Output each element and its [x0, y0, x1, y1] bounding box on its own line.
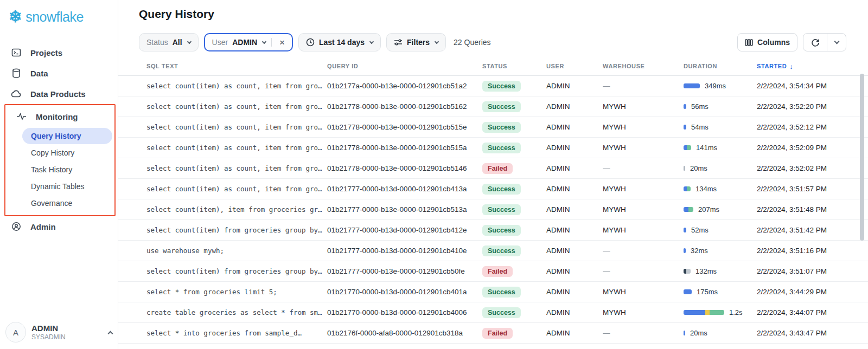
- table-row[interactable]: select count(item) as count, item from g…: [118, 76, 868, 96]
- table-row[interactable]: select count(item), item from groceries …: [118, 199, 868, 220]
- col-warehouse[interactable]: WAREHOUSE: [603, 63, 684, 69]
- duration-label: 32ms: [691, 247, 708, 255]
- status-badge: Success: [482, 307, 521, 318]
- table-row[interactable]: select count(item) from groceries group …: [118, 220, 868, 241]
- filter-value: ADMIN: [232, 38, 257, 47]
- sidebar-nav: Projects Data Data Products M: [0, 42, 118, 237]
- warehouse-cell: —: [603, 329, 684, 337]
- table-row[interactable]: select count(item) as count, item from g…: [118, 158, 868, 179]
- duration-cell: 56ms: [684, 102, 757, 111]
- table-row[interactable]: select * from groceries limit 5;01b21770…: [118, 282, 868, 302]
- sub-item-label: Copy History: [31, 148, 74, 157]
- warehouse-cell: —: [603, 82, 684, 90]
- table-row[interactable]: select * into groceries from sample_d…01…: [118, 323, 868, 344]
- table-row[interactable]: create table groceries as select * from …: [118, 302, 868, 323]
- col-user[interactable]: USER: [546, 63, 603, 69]
- duration-bar: [684, 269, 691, 274]
- sub-item-label: Task History: [31, 165, 72, 174]
- user-cell: ADMIN: [546, 288, 603, 296]
- sql-text-cell: select count(item) as count, item from g…: [146, 82, 327, 90]
- duration-bar: [684, 104, 686, 109]
- query-id-cell: 01b21777-0000-b13d-0000-012901cb412e: [327, 226, 482, 234]
- columns-button[interactable]: Columns: [737, 33, 797, 51]
- refresh-button[interactable]: [803, 34, 827, 51]
- snowflake-wordmark: snowflake: [25, 9, 84, 25]
- sidebar-item-label: Monitoring: [36, 112, 78, 121]
- sidebar-item-task-history[interactable]: Task History: [22, 161, 112, 178]
- user-cell: ADMIN: [546, 82, 603, 90]
- sidebar-item-data[interactable]: Data: [0, 63, 118, 83]
- duration-cell: 132ms: [684, 267, 757, 275]
- sidebar-item-query-history[interactable]: Query History: [22, 128, 112, 144]
- duration-label: 175ms: [697, 288, 718, 296]
- date-range-filter[interactable]: Last 14 days: [298, 33, 381, 51]
- duration-cell: 1.2s: [684, 308, 757, 316]
- sidebar-item-admin[interactable]: Admin: [0, 216, 118, 237]
- warehouse-cell: MYWH: [603, 102, 684, 111]
- table-row[interactable]: select count(item) as count, item from g…: [118, 96, 868, 117]
- started-cell: 2/2/2024, 3:52:12 PM: [757, 123, 846, 131]
- status-cell: Success: [482, 122, 546, 133]
- started-cell: 2/2/2024, 3:52:02 PM: [757, 164, 846, 172]
- status-cell: Success: [482, 307, 546, 318]
- sql-text-cell: select count(item) as count, item from g…: [146, 102, 327, 111]
- snowflake-icon: ❄: [9, 9, 22, 25]
- warehouse-cell: MYWH: [603, 123, 684, 131]
- status-badge: Success: [482, 81, 521, 92]
- query-id-cell: 01b21778-0000-b13e-0000-012901cb5146: [327, 164, 482, 172]
- snowflake-logo[interactable]: ❄ snowflake: [9, 8, 118, 26]
- user-cell: ADMIN: [546, 205, 603, 214]
- duration-cell: 20ms: [684, 164, 757, 172]
- started-cell: 2/2/2024, 3:51:07 PM: [757, 267, 846, 275]
- table-row[interactable]: select count(item) as count, item from g…: [118, 138, 868, 158]
- duration-label: 20ms: [690, 329, 707, 337]
- duration-label: 349ms: [705, 82, 726, 90]
- clear-filter-icon[interactable]: ×: [279, 38, 285, 47]
- refresh-options-button[interactable]: [827, 34, 846, 51]
- columns-icon: [745, 38, 753, 47]
- user-filter[interactable]: User ADMIN ×: [204, 33, 293, 51]
- table-row[interactable]: select count(item) from groceries group …: [118, 261, 868, 282]
- user-account-chip[interactable]: A ADMIN SYSADMIN: [5, 322, 112, 342]
- col-started[interactable]: STARTED ↓: [757, 62, 846, 70]
- query-count: 22 Queries: [454, 38, 490, 47]
- status-cell: Success: [482, 225, 546, 236]
- avatar: A: [5, 322, 26, 342]
- duration-cell: 20ms: [684, 329, 757, 337]
- query-id-cell: 01b21770-0000-b13d-0000-012901cb4006: [327, 308, 482, 316]
- duration-cell: 52ms: [684, 226, 757, 234]
- table-row[interactable]: select count(item) as count, item from g…: [118, 179, 868, 199]
- app-window: ❄ snowflake Projects Data Data Product: [0, 0, 868, 349]
- warehouse-cell: —: [603, 164, 684, 172]
- sidebar-item-monitoring[interactable]: Monitoring: [11, 106, 114, 127]
- query-id-cell: 01b2177a-0000-b13e-0000-012901cb51a2: [327, 82, 482, 90]
- sidebar-item-governance[interactable]: Governance: [22, 195, 112, 211]
- user-cell: ADMIN: [546, 226, 603, 234]
- query-id-cell: 01b21777-0000-b13d-0000-012901cb413a: [327, 185, 482, 193]
- duration-label: 207ms: [698, 205, 719, 214]
- sidebar-item-dynamic-tables[interactable]: Dynamic Tables: [22, 178, 112, 195]
- duration-bar: [684, 331, 685, 335]
- sub-item-label: Governance: [31, 199, 72, 208]
- table-row[interactable]: use warehouse mywh;01b21777-0000-b13d-00…: [118, 241, 868, 261]
- started-cell: 2/2/2024, 3:43:47 PM: [757, 329, 846, 337]
- col-query-id[interactable]: QUERY ID: [327, 63, 482, 69]
- chevron-down-icon: [834, 39, 839, 44]
- filter-label: User: [212, 38, 228, 47]
- sidebar-item-projects[interactable]: Projects: [0, 42, 118, 63]
- duration-bar: [684, 166, 685, 171]
- filters-button[interactable]: Filters: [386, 33, 446, 51]
- table-row[interactable]: select count(item) as count, item from g…: [118, 117, 868, 138]
- status-filter[interactable]: Status All: [139, 33, 199, 51]
- col-duration[interactable]: DURATION: [684, 63, 757, 69]
- sql-text-cell: select count(item) from groceries group …: [146, 226, 327, 234]
- chevron-down-icon: [435, 39, 439, 43]
- duration-cell: 134ms: [684, 185, 757, 193]
- duration-bar: [684, 289, 692, 294]
- col-status[interactable]: STATUS: [482, 63, 546, 69]
- vertical-scrollbar[interactable]: [860, 74, 864, 241]
- sidebar-item-copy-history[interactable]: Copy History: [22, 145, 112, 161]
- col-sql-text[interactable]: SQL TEXT: [146, 63, 327, 69]
- sql-text-cell: create table groceries as select * from …: [146, 308, 327, 316]
- sidebar-item-data-products[interactable]: Data Products: [0, 83, 118, 104]
